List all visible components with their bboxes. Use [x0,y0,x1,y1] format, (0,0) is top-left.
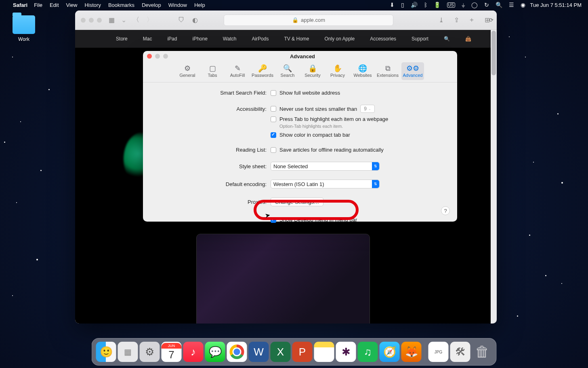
option-full-address: Show full website address [279,90,340,96]
scrollbar[interactable] [491,30,497,324]
dock-settings[interactable]: ⚙ [140,342,160,362]
url-host: apple.com [301,17,325,23]
traffic-lights[interactable] [81,18,102,23]
menu-bookmarks[interactable]: Bookmarks [108,2,134,8]
user-icon[interactable]: ◯ [471,2,478,8]
siri-icon[interactable]: ◉ [521,2,525,8]
desktop-folder-label: Work [10,36,38,42]
nav-accessories[interactable]: Accessories [370,36,396,42]
dock-file-tool[interactable]: 🛠 [450,342,470,362]
option-show-develop: Show Develop menu in menu bar [279,217,357,223]
dock-excel[interactable]: X [271,342,291,362]
menu-develop[interactable]: Develop [142,2,161,8]
timemachine-icon[interactable]: ↻ [484,2,489,8]
reload-icon[interactable]: ⟳ [489,17,494,23]
checkbox-show-develop[interactable] [271,217,276,223]
nav-support[interactable]: Support [412,36,428,42]
battery-icon[interactable]: 🔋 [434,2,441,8]
input-source-icon[interactable]: US [447,2,455,8]
tab-security[interactable]: 🔒Security [301,62,324,80]
dock-spotify[interactable]: ♫ [358,342,378,362]
apple-site-nav: Store Mac iPad iPhone Watch AirPods TV &… [75,30,497,48]
checkbox-offline-reading[interactable] [271,147,276,153]
checkbox-color-tab[interactable] [271,132,276,138]
desktop-folder-work[interactable]: Work [10,15,38,42]
dock-messages[interactable]: 💬 [205,342,225,362]
downloads-icon[interactable]: ⤓ [437,16,445,24]
tab-privacy[interactable]: ✋Privacy [326,62,349,80]
tab-search[interactable]: 🔍Search [276,62,299,80]
nav-bag-icon[interactable]: 👜 [465,36,471,42]
tab-extensions[interactable]: ⧉Extensions [376,62,399,80]
dropbox-icon[interactable]: ⬇ [390,2,395,8]
menubar: Safari File Edit View History Bookmarks … [0,0,588,10]
menubar-app-name[interactable]: Safari [13,2,27,8]
lock-icon: 🔒 [292,17,298,23]
prefs-tabbar: ⚙General ▢Tabs ✎AutoFill 🔑Passwords 🔍Sea… [143,61,457,82]
dock-firefox[interactable]: 🦊 [401,342,422,362]
stylesheet-select[interactable]: None Selected⇅ [271,162,380,171]
nav-ipad[interactable]: iPad [167,36,177,42]
control-center-icon[interactable]: ☰ [509,2,514,8]
menu-window[interactable]: Window [168,2,187,8]
encoding-select[interactable]: Western (ISO Latin 1)⇅ [271,180,380,188]
dock-chrome[interactable] [227,342,247,362]
menu-file[interactable]: File [34,2,42,8]
nav-tvhome[interactable]: TV & Home [284,36,309,42]
menu-edit[interactable]: Edit [50,2,59,8]
change-proxy-button[interactable]: Change Settings… [271,197,323,206]
tab-websites[interactable]: 🌐Websites [351,62,374,80]
dock-music[interactable]: ♪ [183,342,204,362]
option-color-tab: Show color in compact tab bar [279,132,350,138]
tab-passwords[interactable]: 🔑Passwords [251,62,274,80]
prefs-body: Smart Search Field: Show full website ad… [143,82,457,232]
label-smart-search: Smart Search Field: [153,90,271,96]
dock-file-jpg[interactable]: JPG [428,342,449,362]
menu-help[interactable]: Help [194,2,205,8]
back-button[interactable]: 〈 [132,16,140,24]
help-button[interactable]: ? [441,206,450,215]
device-icon[interactable]: ▯ [401,2,404,8]
extension-icon[interactable]: ◐ [191,16,199,24]
nav-search-icon[interactable]: 🔍 [444,36,450,42]
menu-view[interactable]: View [66,2,78,8]
nav-watch[interactable]: Watch [223,36,237,42]
checkbox-font-min[interactable] [271,106,276,112]
shield-icon[interactable]: ⛉ [177,16,185,24]
nav-airpods[interactable]: AirPods [252,36,269,42]
wifi-icon[interactable]: ⏚ [462,2,465,8]
font-min-stepper[interactable]: 9⌄ [360,105,375,113]
bluetooth-icon[interactable]: ᛒ [424,2,427,8]
address-bar[interactable]: 🔒 apple.com ⟳ [224,15,393,26]
forward-button[interactable]: 〉 [146,16,154,24]
dock-trash[interactable]: 🗑 [472,342,492,362]
dock-safari[interactable]: 🧭 [380,342,400,362]
menu-history[interactable]: History [84,2,101,8]
tab-advanced[interactable]: ⚙⚙Advanced [401,62,424,80]
new-tab-icon[interactable]: ＋ [468,16,476,24]
dock-word[interactable]: W [249,342,269,362]
checkbox-press-tab[interactable] [271,116,276,122]
dock-launchpad[interactable]: ▦ [118,342,138,362]
dock-powerpoint[interactable]: P [292,342,313,362]
tab-general[interactable]: ⚙General [176,62,199,80]
sidebar-toggle-icon[interactable]: ▦ [107,16,116,24]
tab-autofill[interactable]: ✎AutoFill [226,62,249,80]
share-icon[interactable]: ⇪ [452,16,460,24]
spotlight-icon[interactable]: 🔍 [496,2,502,8]
checkbox-full-address[interactable] [271,90,276,96]
nav-iphone[interactable]: iPhone [192,36,207,42]
nav-mac[interactable]: Mac [143,36,152,42]
nav-store[interactable]: Store [116,36,128,42]
dock-finder[interactable]: 🙂 [96,342,116,362]
scrollbar-thumb[interactable] [491,31,496,75]
menubar-clock[interactable]: Tue Jun 7 5:51:14 PM [530,2,582,8]
option-offline-reading: Save articles for offline reading automa… [279,147,384,153]
dock-slack[interactable]: ✱ [336,342,356,362]
volume-icon[interactable]: 🔊 [411,2,418,8]
dock-calendar[interactable]: JUN7 [162,342,182,362]
dock-notes[interactable] [314,342,334,362]
nav-only[interactable]: Only on Apple [324,36,355,42]
tab-tabs[interactable]: ▢Tabs [201,62,224,80]
close-button[interactable] [147,54,152,59]
